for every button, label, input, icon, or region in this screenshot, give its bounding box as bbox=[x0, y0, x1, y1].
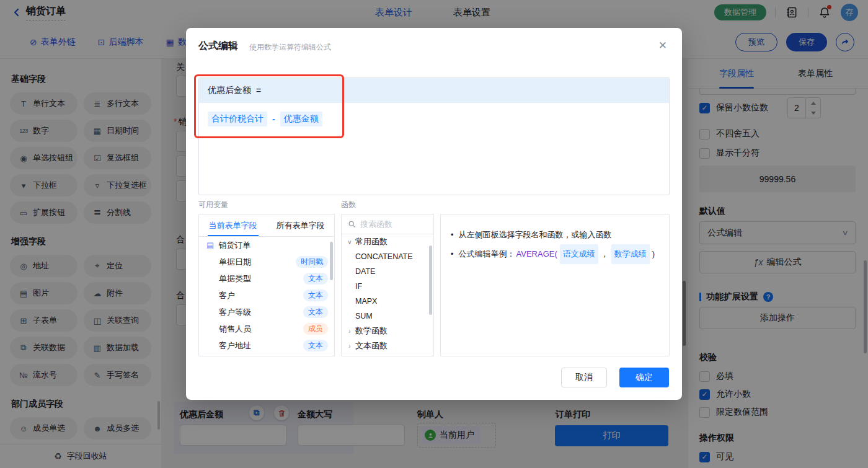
type-badge: 文本 bbox=[303, 289, 328, 301]
form-designer-app: 销货订单 表单设计 表单设置 数据管理 存 ⊘表单外链 ⊡后端脚本 ▦数据权 bbox=[0, 0, 868, 468]
function-item[interactable]: DATE bbox=[342, 264, 433, 279]
variable-label: 单据日期 bbox=[219, 257, 251, 268]
equals-sign: = bbox=[256, 86, 261, 95]
formula-field-chip[interactable]: 合计价税合计 bbox=[208, 112, 267, 126]
variable-item[interactable]: 销售人员成员 bbox=[199, 320, 334, 337]
type-badge: 时间戳 bbox=[296, 256, 328, 268]
confirm-button[interactable]: 确定 bbox=[619, 368, 669, 387]
variables-root-label: 销货订单 bbox=[218, 240, 250, 251]
help-example-prefix: 公式编辑举例： bbox=[459, 245, 515, 263]
chevron-right-icon: › bbox=[345, 328, 354, 335]
formula-display-box[interactable]: 优惠后金额 = 合计价税合计 - 优惠金额 bbox=[198, 77, 670, 195]
functions-panel: 搜索函数 ∨常用函数 CONCATENATE DATE IF MAPX SUM … bbox=[341, 214, 434, 356]
variable-label: 客户 bbox=[219, 290, 235, 301]
variables-active-tab-underline bbox=[208, 235, 259, 236]
formula-target-field: 优惠后金额 bbox=[208, 85, 251, 96]
chevron-right-icon: › bbox=[345, 343, 354, 350]
function-group-label: 常用函数 bbox=[355, 236, 388, 247]
help-example-comma: ， bbox=[601, 245, 609, 263]
formula-expression-row[interactable]: 合计价税合计 - 优惠金额 bbox=[199, 103, 669, 135]
search-icon bbox=[348, 220, 356, 228]
help-tip-text: 从左侧面板选择字段名和函数，或输入函数 bbox=[459, 226, 612, 244]
cancel-button[interactable]: 取消 bbox=[561, 368, 607, 387]
formula-editor-modal: 公式编辑 使用数学运算符编辑公式 ✕ 优惠后金额 = 合计价税合计 - 优惠金额… bbox=[186, 28, 682, 400]
functions-scrollbar[interactable] bbox=[429, 245, 432, 315]
variables-panel: 当前表单字段 所有表单字段 ▤ 销货订单 单据日期时间戳 单据类型文本 客户文本… bbox=[198, 214, 335, 356]
modal-title: 公式编辑 bbox=[198, 40, 238, 53]
variable-label: 单据类型 bbox=[219, 273, 251, 285]
functions-section-label: 函数 bbox=[341, 200, 356, 210]
close-icon[interactable]: ✕ bbox=[658, 39, 667, 52]
function-item[interactable]: CONCATENATE bbox=[342, 249, 433, 264]
variable-label: 客户等级 bbox=[219, 307, 251, 318]
function-group-math[interactable]: ›数学函数 bbox=[342, 324, 433, 338]
type-badge: 文本 bbox=[303, 273, 328, 285]
function-group-text[interactable]: ›文本函数 bbox=[342, 338, 433, 353]
help-tip-2: 公式编辑举例： AVERAGE( 语文成绩 ， 数学成绩 ) bbox=[451, 244, 659, 264]
variable-label: 客户地址 bbox=[219, 340, 251, 351]
chevron-down-icon: ∨ bbox=[345, 239, 354, 245]
tab-all-form-fields[interactable]: 所有表单字段 bbox=[267, 214, 334, 236]
variable-item[interactable]: 客户等级文本 bbox=[199, 304, 334, 320]
tab-current-form-fields[interactable]: 当前表单字段 bbox=[199, 214, 267, 236]
function-group-label: 文本函数 bbox=[355, 340, 388, 351]
function-item[interactable]: IF bbox=[342, 279, 433, 294]
type-badge: 成员 bbox=[303, 323, 328, 335]
variables-scrollbar[interactable] bbox=[330, 242, 333, 280]
form-document-icon: ▤ bbox=[206, 241, 214, 250]
variable-item[interactable]: 客户地址文本 bbox=[199, 337, 334, 354]
function-item[interactable]: SUM bbox=[342, 309, 433, 324]
modal-subtitle: 使用数学运算符编辑公式 bbox=[249, 42, 331, 53]
function-search-input[interactable]: 搜索函数 bbox=[342, 214, 433, 234]
function-group-label: 数学函数 bbox=[355, 325, 388, 337]
type-badge: 文本 bbox=[303, 340, 328, 351]
help-example-function: AVERAGE( bbox=[516, 245, 557, 263]
variable-item[interactable]: 客户文本 bbox=[199, 287, 334, 304]
formula-target-row: 优惠后金额 = bbox=[199, 78, 669, 103]
function-item[interactable]: MAPX bbox=[342, 294, 433, 309]
function-group-common[interactable]: ∨常用函数 bbox=[342, 234, 433, 249]
variables-section-label: 可用变量 bbox=[198, 200, 228, 210]
modal-footer: 取消 确定 bbox=[561, 368, 669, 387]
variables-tree-root[interactable]: ▤ 销货订单 bbox=[199, 237, 334, 254]
help-example-close-paren: ) bbox=[652, 245, 655, 263]
variables-tabs: 当前表单字段 所有表单字段 bbox=[199, 214, 334, 237]
help-example-chip: 数学成绩 bbox=[611, 244, 650, 264]
help-tip-1: 从左侧面板选择字段名和函数，或输入函数 bbox=[451, 226, 659, 244]
minus-operator: - bbox=[272, 114, 275, 124]
help-example-chip: 语文成绩 bbox=[560, 244, 598, 264]
variable-label: 销售人员 bbox=[219, 324, 251, 335]
search-placeholder: 搜索函数 bbox=[360, 219, 392, 230]
type-badge: 文本 bbox=[303, 306, 328, 318]
formula-field-chip[interactable]: 优惠金额 bbox=[280, 112, 322, 126]
formula-help-panel: 从左侧面板选择字段名和函数，或输入函数 公式编辑举例： AVERAGE( 语文成… bbox=[440, 214, 670, 356]
variable-item[interactable]: 单据日期时间戳 bbox=[199, 254, 334, 270]
variable-item[interactable]: 单据类型文本 bbox=[199, 270, 334, 287]
